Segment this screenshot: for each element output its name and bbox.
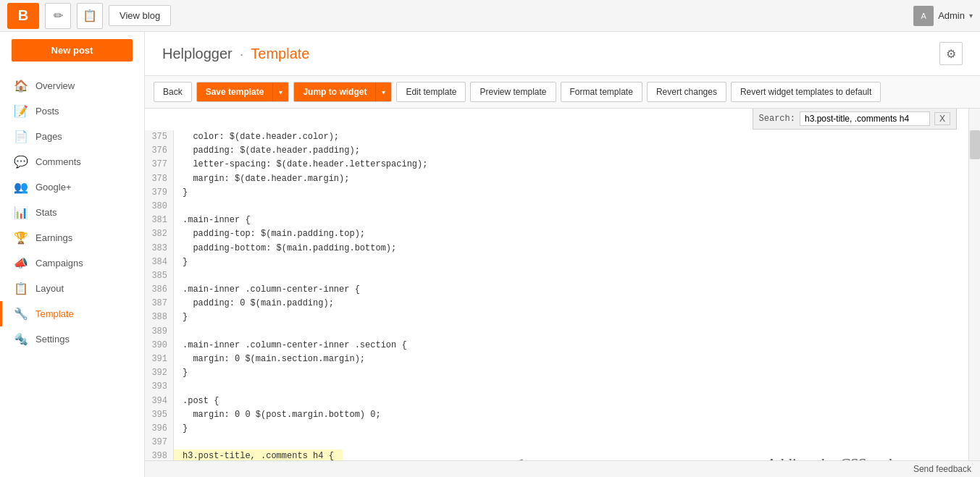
code-lines-container: 375 color: $(date.header.color);376 padd… (145, 109, 968, 460)
posts-nav-btn[interactable]: 📋 (77, 3, 103, 29)
sidebar-item-label: Campaigns (35, 258, 83, 269)
line-number: 385 (145, 269, 174, 283)
admin-caret-icon: ▾ (969, 12, 973, 20)
line-code: h3.post-title, .comments h4 { (174, 449, 343, 460)
sidebar-item-campaigns[interactable]: 📣 Campaigns (0, 250, 144, 276)
googleplus-icon: 👥 (14, 180, 28, 194)
save-template-dropdown[interactable]: ▾ (272, 83, 288, 101)
table-row: 398h3.post-title, .comments h4 { (145, 449, 968, 460)
editor-wrapper: Search: X 375 color: $(date.header.color… (145, 109, 980, 460)
sidebar-item-template[interactable]: 🔧 Template (0, 301, 144, 326)
line-number: 383 (145, 242, 174, 256)
line-number: 380 (145, 200, 174, 214)
sidebar-item-comments[interactable]: 💬 Comments (0, 149, 144, 174)
line-number: 395 (145, 408, 174, 422)
table-row: 395 margin: 0 0 $(post.margin.bottom) 0; (145, 408, 968, 422)
line-code (174, 325, 191, 339)
stats-icon: 📊 (14, 206, 28, 219)
line-number: 391 (145, 353, 174, 366)
revert-widget-button[interactable]: Revert widget templates to default (731, 82, 881, 102)
campaigns-icon: 📣 (14, 256, 28, 270)
line-code (174, 269, 191, 283)
line-number: 388 (145, 311, 174, 324)
format-template-button[interactable]: Format template (561, 82, 642, 102)
line-code: padding-top: $(main.padding.top); (174, 227, 374, 241)
table-row: 394.post { (145, 394, 968, 408)
line-number: 396 (145, 422, 174, 436)
posts-icon: 📝 (14, 104, 28, 118)
send-feedback-link[interactable]: Send feedback (913, 464, 971, 474)
line-code: letter-spacing: $(date.header.letterspac… (174, 158, 436, 172)
sidebar-item-stats[interactable]: 📊 Stats (0, 200, 144, 225)
line-number: 390 (145, 339, 174, 353)
search-close-button[interactable]: X (934, 112, 950, 125)
jump-widget-button[interactable]: Jump to widget (294, 83, 375, 101)
back-button[interactable]: Back (154, 82, 192, 102)
sidebar-item-layout[interactable]: 📋 Layout (0, 276, 144, 301)
table-row: 389 (145, 325, 968, 339)
view-blog-button[interactable]: View blog (109, 5, 171, 26)
edit-template-button[interactable]: Edit template (396, 82, 466, 102)
table-row: 375 color: $(date.header.color); (145, 130, 968, 144)
line-code: color: $(date.header.color); (174, 130, 348, 144)
sidebar-item-settings[interactable]: 🔩 Settings (0, 326, 144, 352)
sidebar-item-label: Overview (35, 80, 75, 91)
line-code: padding-bottom: $(main.padding.bottom); (174, 242, 405, 256)
sidebar-item-posts[interactable]: 📝 Posts (0, 98, 144, 124)
table-row: 378 margin: $(date.header.margin); (145, 172, 968, 186)
gear-button[interactable]: ⚙ (939, 42, 963, 65)
save-template-button[interactable]: Save template (197, 83, 273, 101)
line-code: padding: $(date.header.padding); (174, 144, 369, 158)
bottom-bar: Send feedback (145, 460, 980, 477)
sidebar-item-earnings[interactable]: 🏆 Earnings (0, 225, 144, 250)
table-row: 397 (145, 436, 968, 449)
line-number: 378 (145, 172, 174, 186)
save-template-split[interactable]: Save template ▾ (196, 82, 290, 102)
table-row: 391 margin: 0 $(main.section.margin); (145, 353, 968, 366)
code-editor[interactable]: Search: X 375 color: $(date.header.color… (145, 109, 968, 460)
line-code (174, 436, 191, 449)
overview-icon: 🏠 (14, 79, 28, 93)
line-code: margin: 0 $(main.section.margin); (174, 353, 374, 366)
line-code: .main-inner .column-center-inner .sectio… (174, 339, 416, 353)
table-row: 379} (145, 186, 968, 200)
layout-icon: 📋 (14, 282, 28, 295)
blog-section: Template (251, 46, 309, 62)
blogger-logo[interactable]: B (7, 3, 39, 29)
table-row: 393 (145, 380, 968, 394)
line-number: 381 (145, 214, 174, 227)
line-number: 398 (145, 449, 174, 460)
vertical-scrollbar[interactable] (968, 109, 980, 460)
edit-nav-btn[interactable]: ✏ (45, 3, 71, 29)
line-code: } (174, 422, 196, 436)
table-row: 387 padding: 0 $(main.padding); (145, 297, 968, 311)
line-code: } (174, 311, 196, 324)
search-input[interactable] (800, 111, 930, 126)
search-bar: Search: X (753, 109, 957, 130)
comments-icon: 💬 (14, 155, 28, 169)
jump-widget-dropdown[interactable]: ▾ (375, 83, 391, 101)
sidebar-item-label: Stats (35, 207, 57, 218)
line-code: } (174, 256, 196, 269)
table-row: 386.main-inner .column-center-inner { (145, 283, 968, 297)
gear-icon: ⚙ (946, 47, 956, 61)
admin-name: Admin (938, 10, 965, 21)
scrollbar-thumb[interactable] (970, 130, 980, 159)
line-code: } (174, 366, 196, 380)
sidebar-item-label: Layout (35, 283, 64, 294)
jump-widget-split[interactable]: Jump to widget ▾ (293, 82, 392, 102)
sidebar-item-pages[interactable]: 📄 Pages (0, 124, 144, 149)
search-label: Search: (759, 114, 795, 124)
sidebar-item-googleplus[interactable]: 👥 Google+ (0, 174, 144, 200)
sidebar-item-label: Settings (35, 334, 70, 345)
line-code: .main-inner .column-center-inner { (174, 283, 369, 297)
sidebar-item-overview[interactable]: 🏠 Overview (0, 73, 144, 98)
line-number: 386 (145, 283, 174, 297)
admin-menu[interactable]: A Admin ▾ (913, 6, 973, 26)
sidebar-item-label: Google+ (35, 182, 72, 193)
revert-changes-button[interactable]: Revert changes (647, 82, 726, 102)
table-row: 380 (145, 200, 968, 214)
table-row: 396} (145, 422, 968, 436)
preview-template-button[interactable]: Preview template (470, 82, 556, 102)
new-post-button[interactable]: New post (12, 39, 133, 62)
